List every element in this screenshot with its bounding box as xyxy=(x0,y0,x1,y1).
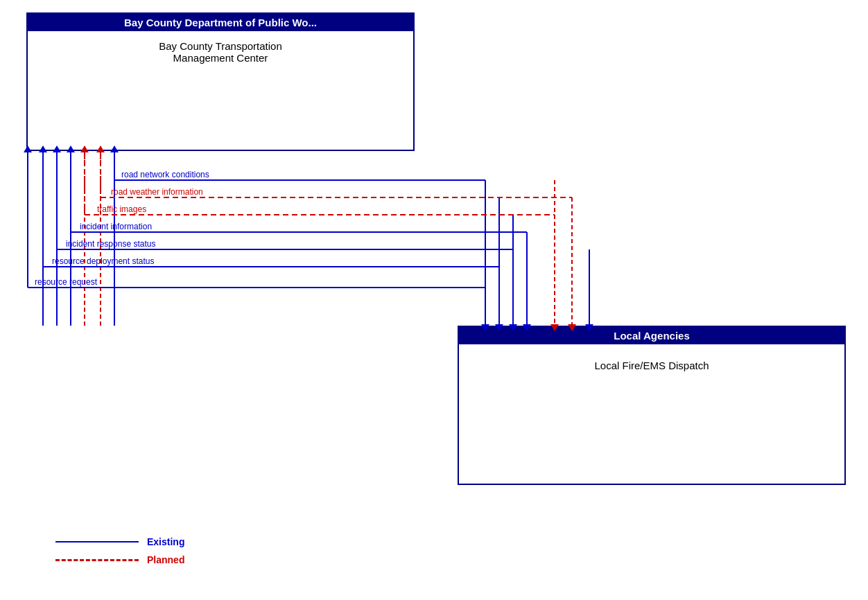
right-node-title: Local Fire/EMS Dispatch xyxy=(594,360,709,371)
label-road-weather: road weather information xyxy=(111,187,203,197)
label-traffic-images: traffic images xyxy=(97,204,146,214)
left-node-body: Bay County TransportationManagement Cent… xyxy=(28,31,413,73)
label-resource-request: resource request xyxy=(35,277,97,287)
left-node: Bay County Department of Public Wo... Ba… xyxy=(26,12,415,151)
right-node-body: Local Fire/EMS Dispatch xyxy=(459,344,844,386)
legend-existing: Existing xyxy=(55,536,184,547)
left-node-title: Bay County TransportationManagement Cent… xyxy=(159,40,282,64)
legend: Existing Planned xyxy=(55,536,184,572)
right-node: Local Agencies Local Fire/EMS Dispatch xyxy=(458,326,846,485)
label-resource-deploy: resource deployment status xyxy=(52,256,154,266)
label-road-network: road network conditions xyxy=(121,170,209,179)
label-incident-response: incident response status xyxy=(66,239,155,249)
label-incident-info: incident information xyxy=(80,222,152,231)
legend-planned-label: Planned xyxy=(147,554,184,565)
legend-existing-label: Existing xyxy=(147,536,184,547)
diagram: Bay County Department of Public Wo... Ba… xyxy=(0,0,868,600)
legend-existing-line xyxy=(55,541,139,542)
legend-planned-line xyxy=(55,559,139,561)
legend-planned: Planned xyxy=(55,554,184,565)
left-node-header: Bay County Department of Public Wo... xyxy=(28,14,413,31)
right-node-header: Local Agencies xyxy=(459,327,844,344)
